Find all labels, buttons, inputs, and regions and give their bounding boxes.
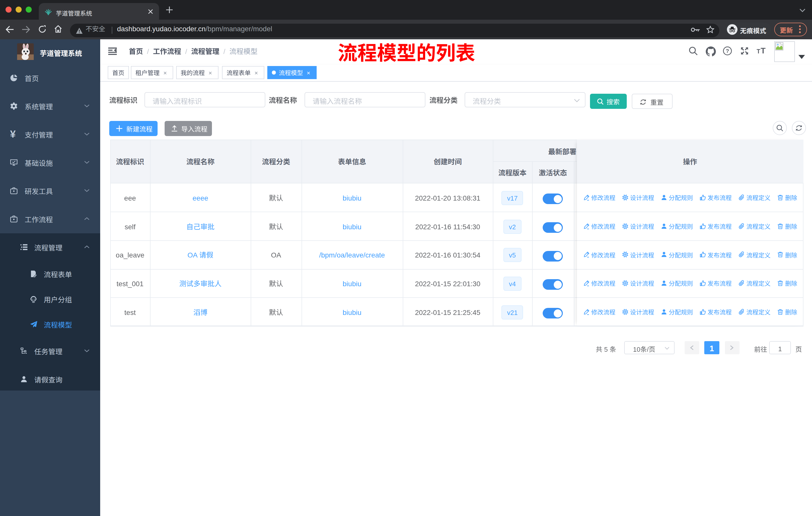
svg-text:T: T xyxy=(761,46,766,54)
svg-text:?: ? xyxy=(725,48,729,54)
svg-text:T: T xyxy=(757,48,760,54)
